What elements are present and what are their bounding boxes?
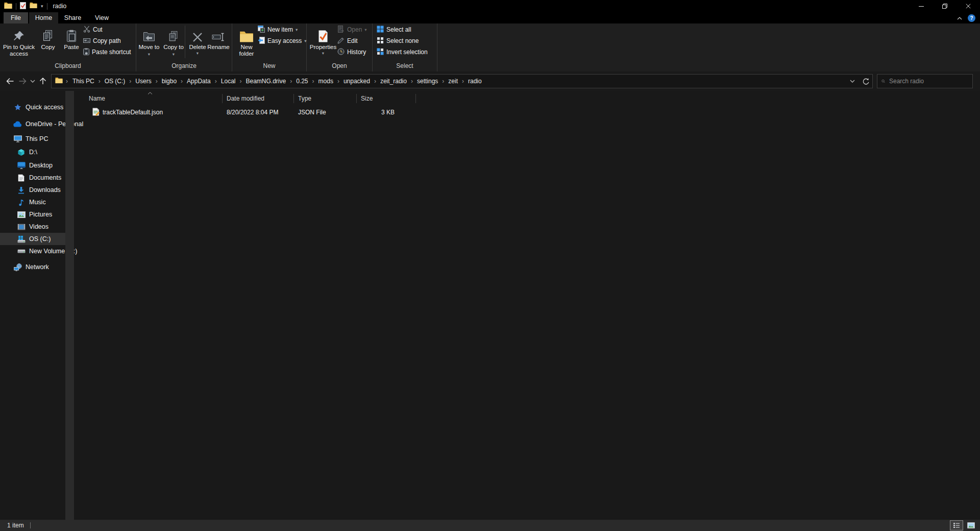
dropdown-caret-icon: ▾ (304, 38, 306, 43)
minimize-button[interactable] (910, 0, 933, 12)
paste-icon (66, 24, 77, 43)
breadcrumb-item[interactable]: BeamNG.drive (242, 75, 289, 88)
address-bar[interactable]: › This PC › OS (C:) › Users › (51, 74, 873, 88)
new-folder-shortcut-icon[interactable] (30, 2, 37, 10)
cube-drive-icon (17, 149, 26, 156)
thumbnail-view-icon (967, 522, 975, 528)
breadcrumb-item[interactable]: Local (217, 75, 239, 88)
this-pc-monitor-icon (13, 135, 22, 142)
new-folder-icon (239, 24, 254, 43)
address-history-button[interactable] (846, 75, 859, 88)
breadcrumb-item[interactable]: radio (464, 75, 485, 88)
delete-x-icon (192, 24, 203, 43)
group-label-organize: Organize (136, 61, 232, 71)
rename-icon (212, 24, 225, 43)
forward-button[interactable] (16, 75, 29, 88)
breadcrumb-item[interactable]: AppData (183, 75, 214, 88)
copy-button[interactable]: Copy (37, 24, 59, 60)
collapse-ribbon-icon[interactable] (957, 14, 962, 21)
close-button[interactable] (957, 0, 980, 12)
sidebar-item-videos[interactable]: Videos (0, 221, 65, 233)
column-header-date-modified[interactable]: Date modified (223, 91, 294, 106)
move-to-button[interactable]: Move to ▾ (137, 24, 161, 60)
column-header-size[interactable]: Size (357, 91, 416, 106)
breadcrumb-item[interactable]: 0.25 (292, 75, 311, 88)
sidebar-item-this-pc[interactable]: This PC (0, 133, 65, 145)
paste-button[interactable]: Paste (60, 24, 83, 60)
ribbon: Pin to Quick access Copy Paste Cut Copy … (0, 23, 980, 71)
sidebar-item-os-c[interactable]: OS (C:) (0, 233, 65, 245)
select-none-button[interactable]: Select none (377, 35, 428, 46)
breadcrumb-item[interactable]: zeit_radio (377, 75, 410, 88)
copy-path-button[interactable]: Copy path (83, 35, 131, 46)
sidebar-item-desktop[interactable]: Desktop (0, 159, 65, 172)
sidebar-item-quick-access[interactable]: Quick access (0, 101, 65, 113)
group-label-open: Open (307, 61, 372, 71)
breadcrumb-item[interactable]: zeit (445, 75, 461, 88)
details-view-button[interactable] (950, 520, 963, 530)
refresh-button[interactable] (859, 75, 872, 88)
breadcrumb-item[interactable]: settings (413, 75, 442, 88)
copy-to-button[interactable]: Copy to ▾ (162, 24, 185, 60)
customize-toolbar-caret-icon[interactable]: ▾ (41, 4, 43, 9)
breadcrumb-item[interactable]: mods (315, 75, 337, 88)
dropdown-caret-icon: ▾ (364, 27, 366, 32)
tab-home[interactable]: Home (29, 12, 58, 23)
column-header-name[interactable]: Name (74, 91, 223, 106)
ribbon-group-open: Properties▾ Open ▾ Edit History Open (307, 23, 373, 71)
history-icon (337, 48, 345, 57)
recent-locations-button[interactable] (29, 75, 37, 88)
breadcrumb-item[interactable]: bigbo (158, 75, 180, 88)
sidebar-item-music[interactable]: Music (0, 196, 65, 208)
sidebar-item-downloads[interactable]: Downloads (0, 184, 65, 196)
back-button[interactable] (4, 75, 16, 88)
cut-button[interactable]: Cut (83, 24, 131, 35)
ribbon-tab-row: File Home Share View ? (0, 12, 980, 23)
select-all-icon (377, 26, 384, 34)
up-button[interactable] (37, 75, 49, 88)
pane-splitter[interactable] (65, 91, 74, 520)
easy-access-button[interactable]: Easy access ▾ (258, 35, 307, 46)
ribbon-group-select: Select all Select none Invert selection … (373, 23, 437, 71)
os-c-drive-icon (17, 235, 26, 243)
dropdown-caret-icon: ▾ (173, 52, 175, 57)
sidebar-item-pictures[interactable]: Pictures (0, 208, 65, 221)
properties-shortcut-icon[interactable] (20, 2, 26, 11)
sidebar-item-network[interactable]: Network (0, 261, 65, 273)
button-label: Move to ▾ (137, 44, 161, 58)
new-item-button[interactable]: New item ▾ (258, 24, 307, 35)
edit-button[interactable]: Edit (337, 35, 367, 46)
thumbnail-view-button[interactable] (964, 520, 977, 530)
sidebar-item-onedrive[interactable]: OneDrive - Personal (0, 118, 65, 130)
select-all-button[interactable]: Select all (377, 24, 428, 35)
paste-shortcut-button[interactable]: Paste shortcut (83, 46, 131, 58)
breadcrumb-item[interactable]: Users (132, 75, 155, 88)
tab-view[interactable]: View (87, 12, 116, 23)
sidebar-item-new-volume[interactable]: New Volume (D:) (0, 245, 65, 257)
new-folder-button[interactable]: New folder (233, 24, 260, 60)
history-button[interactable]: History (337, 46, 367, 58)
sidebar-item-d-drive[interactable]: D:\ (0, 146, 65, 158)
restore-button[interactable] (933, 0, 957, 12)
new-item-icon (258, 26, 265, 34)
file-row[interactable]: trackTableDefault.json 8/20/2022 8:04 PM… (74, 106, 980, 119)
title-bar: ▾ radio (0, 0, 980, 12)
breadcrumb-item[interactable]: OS (C:) (101, 75, 129, 88)
breadcrumb-item[interactable]: This PC (69, 75, 98, 88)
breadcrumb-item[interactable]: unpacked (340, 75, 374, 88)
tab-file[interactable]: File (4, 12, 28, 23)
properties-button[interactable]: Properties▾ (309, 24, 337, 60)
help-button[interactable]: ? (968, 14, 975, 22)
search-input[interactable] (889, 78, 968, 85)
invert-selection-button[interactable]: Invert selection (377, 46, 428, 58)
rename-button[interactable]: Rename (206, 24, 231, 60)
group-label-new: New (232, 61, 306, 71)
up-arrow-icon (39, 77, 47, 85)
restore-icon (942, 4, 947, 9)
button-label: New folder (235, 44, 258, 57)
sidebar-item-documents[interactable]: Documents (0, 172, 65, 184)
window-title: radio (53, 3, 67, 10)
pin-to-quick-access-button[interactable]: Pin to Quick access (2, 24, 36, 60)
tab-share[interactable]: Share (58, 12, 87, 23)
column-header-type[interactable]: Type (294, 91, 357, 106)
